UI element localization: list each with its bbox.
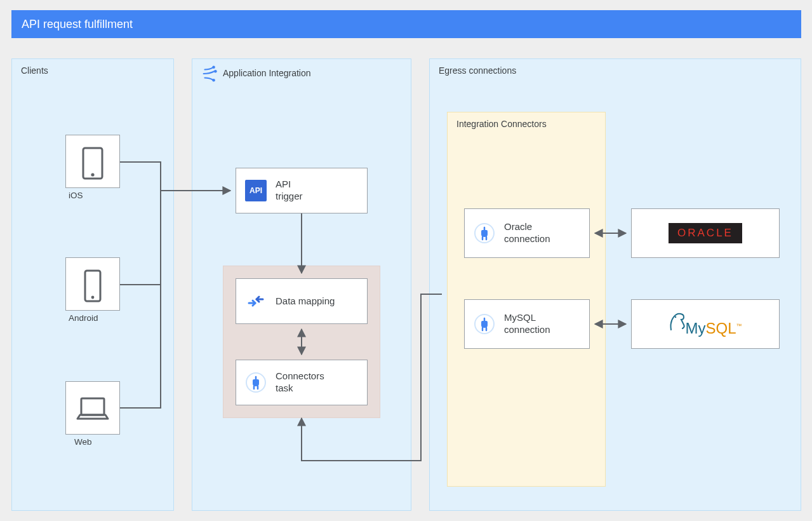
client-card-android	[65, 257, 120, 311]
node-label: MySQL connection	[504, 312, 550, 336]
connector-icon	[200, 64, 219, 83]
diagram-title-bar: API request fulfillment	[11, 10, 801, 38]
node-mysql-connection: MySQL connection	[464, 299, 590, 349]
node-label: Connectors task	[276, 370, 324, 395]
svg-point-2	[212, 79, 215, 82]
node-data-mapping: Data mapping	[236, 278, 368, 324]
client-label-android: Android	[69, 313, 98, 323]
laptop-icon	[75, 396, 110, 424]
svg-point-4	[91, 173, 94, 176]
panel-integration-connectors-title: Integration Connectors	[456, 119, 547, 129]
node-label: API trigger	[276, 179, 303, 203]
panel-egress-title: Egress connections	[439, 65, 516, 76]
node-label: Oracle connection	[504, 221, 550, 245]
oracle-logo: ORACLE	[669, 223, 742, 243]
node-label: Data mapping	[276, 295, 335, 308]
vendor-card-mysql: MySQL™	[631, 299, 780, 349]
plug-icon	[474, 313, 495, 335]
plug-icon	[474, 222, 495, 244]
svg-rect-7	[81, 398, 104, 415]
panel-app-integration-title: Application Integration	[223, 68, 311, 78]
client-card-ios	[65, 135, 120, 188]
node-oracle-connection: Oracle connection	[464, 208, 590, 258]
diagram-title: API request fulfillment	[22, 18, 133, 31]
mysql-logo: MySQL™	[669, 311, 742, 337]
client-label-web: Web	[74, 437, 92, 447]
api-icon: API	[245, 180, 267, 201]
tablet-icon	[80, 147, 105, 180]
svg-point-11	[675, 316, 677, 318]
panel-clients-title: Clients	[21, 65, 48, 76]
plug-icon	[245, 372, 267, 393]
node-connectors-task: Connectors task	[236, 360, 368, 405]
data-mapping-icon	[245, 290, 267, 312]
client-label-ios: iOS	[69, 191, 83, 200]
node-api-trigger: API API trigger	[236, 168, 368, 213]
svg-point-1	[214, 70, 217, 73]
svg-point-0	[212, 65, 215, 69]
phone-icon	[81, 269, 104, 302]
client-card-web	[65, 381, 120, 435]
vendor-card-oracle: ORACLE	[631, 208, 780, 258]
svg-point-6	[91, 296, 95, 299]
